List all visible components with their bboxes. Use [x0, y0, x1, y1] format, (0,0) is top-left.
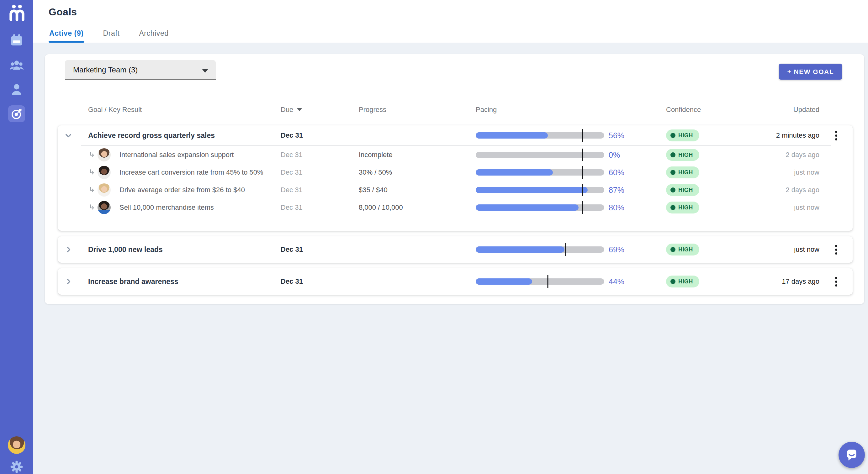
goal-row[interactable]: Achieve record gross quarterly sales Dec… [58, 125, 852, 146]
chevron-right-icon[interactable] [63, 244, 74, 255]
pacing-cell: 0% [476, 151, 666, 160]
key-result-cell: Increase cart conversion rate from 45% t… [58, 166, 281, 179]
confidence-badge[interactable]: HIGH [666, 129, 699, 141]
confidence-badge[interactable]: HIGH [666, 184, 699, 196]
pacing-percent[interactable]: 87% [609, 186, 624, 195]
team-icon [9, 59, 24, 72]
pacing-percent[interactable]: 69% [609, 245, 624, 254]
sidebar-item-profile[interactable] [8, 82, 25, 98]
pacing-percent[interactable]: 56% [609, 131, 624, 140]
updated-time: 2 days ago [744, 151, 819, 159]
user-avatar[interactable] [8, 436, 25, 454]
key-result-row[interactable]: Increase cart conversion rate from 45% t… [58, 164, 852, 181]
assignee-avatar[interactable] [97, 183, 111, 196]
key-result-row[interactable]: Sell 10,000 merchandise items Dec 31 8,0… [58, 199, 852, 216]
goal-title[interactable]: Increase brand awareness [88, 278, 179, 286]
pacing-percent[interactable]: 80% [609, 203, 624, 212]
sidebar-item-calendar[interactable] [8, 32, 25, 49]
key-result-title[interactable]: International sales expansion support [120, 151, 234, 159]
confidence-cell: HIGH [666, 149, 744, 161]
pacing-target-tick [582, 166, 583, 179]
dropdown-caret-icon [202, 69, 208, 73]
goal-due-date: Dec 31 [281, 278, 359, 286]
confidence-badge[interactable]: HIGH [666, 201, 699, 214]
chevron-down-icon[interactable] [63, 130, 74, 141]
key-result-progress: $35 / $40 [359, 186, 476, 194]
table-header: Goal / Key Result Due Progress Pacing Co… [58, 102, 852, 118]
goal-due-date: Dec 31 [281, 131, 359, 139]
pacing-fill [476, 278, 532, 285]
confidence-badge[interactable]: HIGH [666, 276, 699, 287]
confidence-cell: HIGH [666, 201, 744, 214]
topbar: Goals Active (9)DraftArchived [33, 0, 868, 43]
pacing-cell: 87% [476, 186, 666, 195]
kebab-menu-icon[interactable] [833, 274, 840, 289]
goal-title[interactable]: Achieve record gross quarterly sales [88, 131, 215, 140]
goal-title[interactable]: Drive 1,000 new leads [88, 246, 163, 254]
pacing-bar [476, 204, 604, 211]
confidence-dot-icon [671, 152, 676, 157]
pacing-bar [476, 132, 604, 138]
goal-row[interactable]: Increase brand awareness Dec 31 44% HIGH… [58, 268, 852, 295]
pacing-percent[interactable]: 44% [609, 277, 624, 286]
confidence-badge[interactable]: HIGH [666, 244, 699, 255]
pacing-target-tick [582, 129, 583, 142]
sidebar-item-goals[interactable] [8, 105, 25, 122]
key-result-progress: Incomplete [359, 151, 476, 159]
tab-draft[interactable]: Draft [102, 25, 120, 43]
settings-gear-icon[interactable] [10, 460, 23, 473]
calendar-icon [10, 34, 24, 48]
key-result-row[interactable]: Drive average order size from $26 to $40… [58, 181, 852, 199]
key-result-arrow-icon [88, 168, 96, 177]
goal-due-date: Dec 31 [281, 246, 359, 254]
key-result-progress: 8,000 / 10,000 [359, 203, 476, 212]
kebab-menu-icon[interactable] [833, 242, 840, 257]
confidence-dot-icon [671, 205, 676, 210]
goal-card: Achieve record gross quarterly sales Dec… [58, 125, 852, 231]
updated-time: 17 days ago [744, 278, 819, 286]
tab-active-9[interactable]: Active (9) [49, 25, 84, 43]
goal-row[interactable]: Drive 1,000 new leads Dec 31 69% HIGH ju… [58, 236, 852, 263]
pacing-bar [476, 152, 604, 158]
new-goal-button[interactable]: + NEW GOAL [779, 64, 842, 80]
confidence-dot-icon [671, 187, 676, 192]
updated-time: 2 days ago [744, 186, 819, 194]
key-result-arrow-icon [88, 203, 96, 212]
pacing-percent[interactable]: 60% [609, 168, 624, 177]
pacing-fill [476, 169, 553, 176]
goal-cell: Achieve record gross quarterly sales [58, 130, 281, 141]
goal-card-list: Achieve record gross quarterly sales Dec… [58, 125, 852, 295]
kebab-cell [819, 274, 852, 289]
goals-panel: Marketing Team (3) + NEW GOAL Goal / Key… [45, 54, 864, 304]
pacing-target-tick [582, 149, 583, 161]
key-result-title[interactable]: Increase cart conversion rate from 45% t… [120, 168, 264, 177]
key-result-cell: Sell 10,000 merchandise items [58, 201, 281, 214]
col-header-due[interactable]: Due [281, 106, 302, 114]
assignee-avatar[interactable] [97, 166, 111, 179]
confidence-dot-icon [671, 170, 676, 175]
confidence-cell: HIGH [666, 129, 744, 141]
app-logo[interactable] [8, 4, 26, 21]
updated-time: just now [744, 168, 819, 177]
assignee-avatar[interactable] [97, 201, 111, 214]
pacing-cell: 69% [476, 245, 666, 254]
sidebar-item-team[interactable] [8, 57, 25, 74]
confidence-badge[interactable]: HIGH [666, 166, 699, 178]
team-filter-select[interactable]: Marketing Team (3) [65, 60, 216, 80]
key-result-title[interactable]: Drive average order size from $26 to $40 [120, 186, 245, 194]
key-result-arrow-icon [88, 151, 96, 159]
kebab-menu-icon[interactable] [833, 128, 840, 143]
key-result-due-date: Dec 31 [281, 203, 359, 212]
chat-launcher-button[interactable] [839, 442, 865, 468]
tab-archived[interactable]: Archived [138, 25, 169, 43]
updated-time: 2 minutes ago [744, 131, 819, 139]
pacing-percent[interactable]: 0% [609, 151, 620, 160]
confidence-cell: HIGH [666, 184, 744, 196]
key-result-title[interactable]: Sell 10,000 merchandise items [120, 203, 214, 212]
confidence-badge[interactable]: HIGH [666, 149, 699, 161]
sidebar [0, 0, 33, 474]
confidence-cell: HIGH [666, 276, 744, 287]
chevron-right-icon[interactable] [63, 276, 74, 287]
key-result-row[interactable]: International sales expansion support De… [58, 146, 852, 164]
assignee-avatar[interactable] [97, 148, 111, 161]
